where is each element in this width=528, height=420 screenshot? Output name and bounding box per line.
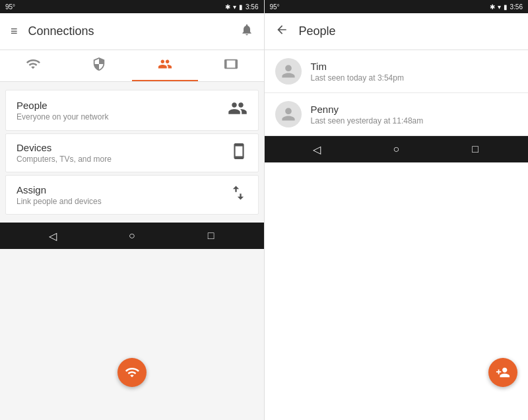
battery-icon: ▮ bbox=[239, 3, 243, 11]
person-info-tim: Tim Last seen today at 3:54pm bbox=[311, 61, 404, 83]
tab-people[interactable] bbox=[132, 50, 198, 81]
status-bar-left: 95° ✱ ▾ ▮ 3:56 bbox=[0, 0, 264, 13]
devices-item-subtitle: Computers, TVs, and more bbox=[16, 155, 112, 164]
people-tab-icon bbox=[158, 57, 172, 75]
wifi-tab-icon bbox=[26, 57, 40, 75]
left-fab-button[interactable] bbox=[117, 358, 147, 387]
avatar-penny bbox=[275, 101, 302, 127]
status-right-right: ✱ ▾ ▮ 3:56 bbox=[490, 3, 523, 11]
left-nav-bar: ◁ ○ □ bbox=[0, 223, 264, 249]
menu-item-people[interactable]: People Everyone on your network bbox=[5, 90, 259, 131]
people-list: Tim Last seen today at 3:54pm Penny Last… bbox=[265, 50, 529, 136]
bluetooth-icon-right: ✱ bbox=[490, 3, 495, 11]
assign-item-subtitle: Link people and devices bbox=[16, 197, 102, 206]
recent-button-right[interactable]: □ bbox=[467, 141, 483, 157]
person-status-penny: Last seen yesterday at 11:48am bbox=[311, 116, 424, 125]
assign-item-icon bbox=[229, 184, 248, 206]
left-panel: 95° ✱ ▾ ▮ 3:56 ≡ Connections bbox=[0, 0, 265, 420]
status-left-right: 95° bbox=[270, 3, 280, 11]
connections-tabs bbox=[0, 50, 264, 82]
connections-title: Connections bbox=[28, 24, 240, 38]
status-left: 95° bbox=[5, 3, 15, 11]
people-title: People bbox=[299, 24, 518, 38]
right-panel: 95° ✱ ▾ ▮ 3:56 People Tim La bbox=[265, 0, 529, 420]
avatar-tim bbox=[275, 58, 302, 85]
status-right-left: ✱ ▾ ▮ 3:56 bbox=[225, 3, 258, 11]
people-header: People bbox=[265, 13, 529, 50]
assign-item-text: Assign Link people and devices bbox=[16, 184, 102, 206]
devices-item-icon bbox=[230, 143, 248, 164]
home-button-left[interactable]: ○ bbox=[124, 228, 140, 244]
battery-icon-right: ▮ bbox=[504, 3, 508, 11]
menu-item-assign[interactable]: Assign Link people and devices bbox=[5, 175, 259, 215]
time-right: 3:56 bbox=[510, 3, 523, 11]
home-button-right[interactable]: ○ bbox=[388, 141, 404, 157]
person-name-penny: Penny bbox=[311, 104, 424, 115]
tab-shield[interactable] bbox=[66, 50, 132, 81]
menu-item-devices[interactable]: Devices Computers, TVs, and more bbox=[5, 133, 259, 172]
person-item-tim[interactable]: Tim Last seen today at 3:54pm bbox=[265, 50, 529, 93]
shield-tab-icon bbox=[92, 57, 106, 75]
status-bar-right: 95° ✱ ▾ ▮ 3:56 bbox=[265, 0, 529, 13]
people-item-subtitle: Everyone on your network bbox=[16, 112, 108, 122]
people-item-icon bbox=[228, 98, 248, 122]
person-name-tim: Tim bbox=[311, 61, 404, 72]
back-arrow-button[interactable] bbox=[275, 23, 288, 40]
back-button-left[interactable]: ◁ bbox=[45, 228, 61, 244]
signal-icon-right: ▾ bbox=[498, 3, 501, 11]
devices-item-text: Devices Computers, TVs, and more bbox=[16, 142, 112, 164]
temp-right: 95° bbox=[270, 3, 280, 11]
bell-button[interactable] bbox=[240, 23, 253, 40]
assign-item-title: Assign bbox=[16, 184, 102, 195]
person-status-tim: Last seen today at 3:54pm bbox=[311, 73, 404, 83]
temp-left: 95° bbox=[5, 3, 15, 11]
time-left: 3:56 bbox=[246, 3, 258, 11]
menu-button[interactable]: ≡ bbox=[11, 24, 18, 38]
back-button-right[interactable]: ◁ bbox=[309, 141, 325, 157]
connections-header: ≡ Connections bbox=[0, 13, 264, 50]
connections-menu-list: People Everyone on your network Devices … bbox=[0, 82, 264, 223]
person-info-penny: Penny Last seen yesterday at 11:48am bbox=[311, 104, 424, 125]
tab-tablet[interactable] bbox=[198, 50, 264, 81]
signal-icon: ▾ bbox=[233, 3, 236, 11]
recent-button-left[interactable]: □ bbox=[203, 228, 219, 244]
bluetooth-icon: ✱ bbox=[225, 3, 230, 11]
devices-item-title: Devices bbox=[16, 142, 112, 153]
right-fab-button[interactable] bbox=[488, 358, 517, 387]
tab-wifi[interactable] bbox=[0, 50, 66, 81]
right-nav-bar: ◁ ○ □ bbox=[265, 136, 529, 162]
person-item-penny[interactable]: Penny Last seen yesterday at 11:48am bbox=[265, 93, 529, 136]
people-item-text: People Everyone on your network bbox=[16, 100, 108, 122]
people-item-title: People bbox=[16, 100, 108, 111]
tablet-tab-icon bbox=[224, 57, 238, 75]
